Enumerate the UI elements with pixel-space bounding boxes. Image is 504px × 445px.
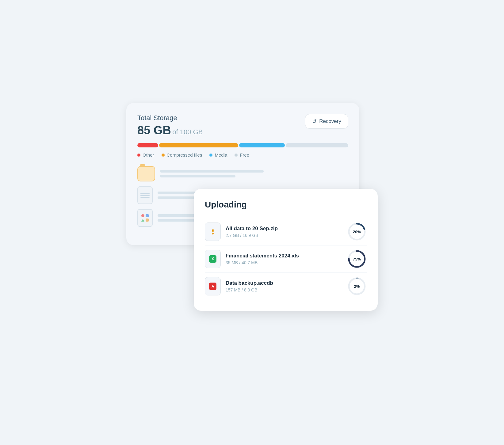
upload-item-accdb: A Data backup.accdb 157 MB / 8.3 GB 2%	[205, 273, 367, 300]
legend-item-other: Other	[137, 152, 154, 158]
design-shapes	[141, 214, 149, 222]
recovery-button[interactable]: ↺ Recovery	[305, 114, 348, 129]
recovery-label: Recovery	[319, 118, 341, 124]
legend-label-compressed: Compressed files	[167, 152, 202, 158]
design-icon	[137, 209, 153, 227]
legend-label-media: Media	[215, 152, 227, 158]
accdb-file-icon: A	[205, 277, 221, 295]
shape-square-2	[146, 219, 149, 222]
accdb-file-info: Data backup.accdb 157 MB / 8.3 GB	[226, 280, 342, 292]
xls-file-info: Financial statements 2024.xls 35 MB / 40…	[226, 253, 342, 265]
shape-circle	[141, 214, 144, 217]
doc-line	[140, 193, 150, 194]
doc-line	[140, 195, 150, 196]
accdb-progress: 2%	[347, 276, 367, 296]
zip-percent: 20%	[353, 230, 361, 234]
accdb-badge: A	[209, 283, 216, 290]
bar-compressed	[159, 143, 238, 147]
scene: Total Storage 85 GB of 100 GB ↺ Recovery	[126, 103, 378, 342]
storage-used: 85 GB	[137, 124, 171, 137]
legend-dot-free	[235, 154, 238, 157]
legend-item-media: Media	[209, 152, 227, 158]
recovery-icon: ↺	[312, 118, 317, 125]
legend-label-other: Other	[143, 152, 154, 158]
zip-file-icon	[205, 222, 221, 241]
upload-card: Uploading All data to 20 Sep.zip 2.7 GB …	[194, 189, 378, 311]
xls-file-icon: X	[205, 250, 221, 268]
accdb-percent: 2%	[354, 284, 360, 289]
xls-percent: 75%	[353, 257, 361, 261]
zip-badge	[212, 229, 214, 234]
text-line	[160, 170, 264, 173]
accdb-file-size: 157 MB / 8.3 GB	[226, 287, 342, 292]
xls-file-name: Financial statements 2024.xls	[226, 253, 342, 259]
upload-item-xls: X Financial statements 2024.xls 35 MB / …	[205, 245, 367, 273]
legend-dot-media	[209, 154, 212, 157]
bar-media	[239, 143, 285, 147]
storage-title: Total Storage	[137, 114, 203, 122]
bar-other	[137, 143, 158, 147]
file-text	[160, 170, 348, 177]
storage-of-label: of 100 GB	[172, 128, 203, 136]
xls-file-size: 35 MB / 40.7 MB	[226, 260, 342, 265]
legend-item-free: Free	[235, 152, 249, 158]
legend-label-free: Free	[240, 152, 249, 158]
shape-triangle	[141, 219, 144, 222]
zip-file-name: All data to 20 Sep.zip	[226, 226, 342, 232]
xls-progress: 75%	[347, 249, 367, 269]
storage-header: Total Storage 85 GB of 100 GB ↺ Recovery	[137, 114, 348, 137]
folder-icon	[137, 166, 155, 181]
list-item	[137, 166, 348, 181]
legend-dot-compressed	[162, 154, 165, 157]
accdb-file-name: Data backup.accdb	[226, 280, 342, 286]
upload-title: Uploading	[205, 200, 367, 210]
zip-progress: 20%	[347, 222, 367, 242]
upload-item-zip: All data to 20 Sep.zip 2.7 GB / 16.9 GB …	[205, 218, 367, 245]
xls-badge: X	[209, 255, 216, 263]
doc-line	[140, 197, 150, 198]
storage-bar	[137, 143, 348, 147]
storage-legend: Other Compressed files Media Free	[137, 152, 348, 158]
legend-item-compressed: Compressed files	[162, 152, 202, 158]
doc-icon	[137, 186, 153, 204]
legend-dot-other	[137, 154, 140, 157]
text-line	[160, 175, 235, 177]
zip-file-info: All data to 20 Sep.zip 2.7 GB / 16.9 GB	[226, 226, 342, 238]
shape-square	[146, 214, 149, 217]
zip-file-size: 2.7 GB / 16.9 GB	[226, 233, 342, 238]
bar-free	[286, 143, 348, 147]
